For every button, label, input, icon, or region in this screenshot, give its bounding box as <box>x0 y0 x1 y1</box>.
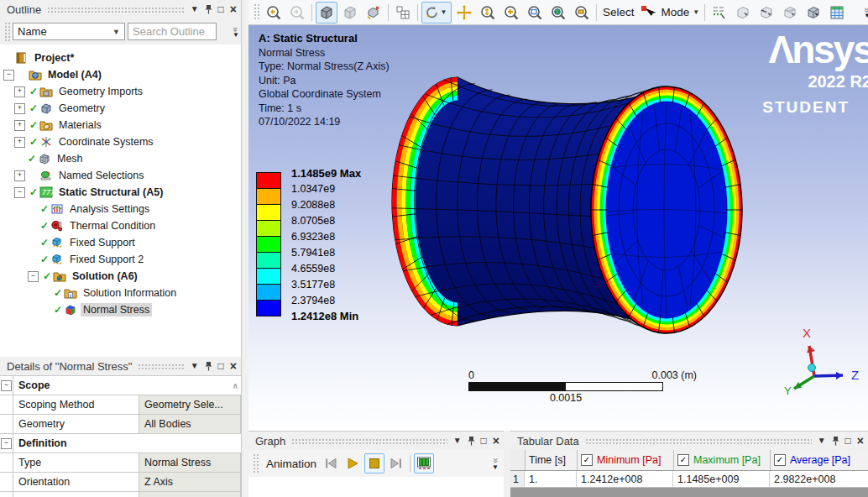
column-header-time[interactable]: Time [s] <box>526 450 578 470</box>
collapse-icon[interactable]: − <box>1 380 12 391</box>
checkbox-maximum[interactable]: ✓ <box>677 454 689 466</box>
select-cursor-icon[interactable] <box>639 2 657 24</box>
maximize-icon[interactable]: □ <box>845 437 851 445</box>
triad[interactable]: X Z Y <box>761 307 868 404</box>
tree-item-mesh[interactable]: ✓ Mesh <box>0 150 241 167</box>
expand-icon[interactable]: + <box>14 170 25 181</box>
worksheet-button[interactable] <box>826 2 848 24</box>
pin-icon[interactable] <box>832 436 839 446</box>
maximize-icon[interactable]: □ <box>481 437 487 445</box>
body-select-button[interactable] <box>803 2 824 24</box>
details-row[interactable]: Type Normal Stress <box>0 453 241 473</box>
details-section-row[interactable]: − Scope <box>0 376 241 395</box>
isometric-view-button[interactable] <box>316 2 337 24</box>
detail-value[interactable]: Geometry Sele... <box>139 395 241 414</box>
filter-type-dropdown[interactable]: Name ▼ <box>13 23 125 40</box>
fe-selection-filter-button[interactable] <box>709 2 730 24</box>
zoom-to-fit-button[interactable] <box>547 2 569 24</box>
tree-item-project[interactable]: Project* <box>0 50 241 66</box>
rescale-annotation-button[interactable] <box>363 2 384 24</box>
skip-to-end-button[interactable] <box>386 453 406 473</box>
tree-item-geometry[interactable]: + ✓ Geometry <box>0 100 241 117</box>
expand-icon[interactable]: + <box>14 120 25 131</box>
details-row[interactable]: Scoping Method Geometry Sele... <box>0 395 241 415</box>
tabular-data-row[interactable]: 1 1. 1.2412e+008 1.1485e+009 2.9822e+008 <box>510 471 868 488</box>
tree-item-materials[interactable]: + ✓ Materials <box>0 117 241 133</box>
tree-item-solution-information[interactable]: ✓ i Solution Information <box>0 285 241 301</box>
maximize-icon[interactable]: □ <box>218 362 224 370</box>
stop-button[interactable] <box>364 453 384 473</box>
panel-menu-icon[interactable]: ▼ <box>453 437 462 445</box>
zoom-button[interactable] <box>477 2 499 24</box>
expand-icon[interactable]: + <box>14 137 25 148</box>
time-cell[interactable]: 1. <box>525 471 577 487</box>
detail-value[interactable]: All Bodies <box>139 415 241 433</box>
look-at-face-button[interactable] <box>339 2 361 24</box>
face-select-button[interactable] <box>779 2 801 24</box>
search-input[interactable] <box>128 23 217 40</box>
play-button[interactable] <box>342 453 363 473</box>
panel-splitter[interactable] <box>504 431 510 497</box>
result-sets-button[interactable] <box>414 453 434 473</box>
graphics-viewport[interactable]: A: Static Structural Normal Stress Type:… <box>248 25 868 431</box>
animation-overflow[interactable]: » ▼ <box>492 456 499 471</box>
tree-item-geometry-imports[interactable]: + ✓ Geometry Imports <box>0 83 241 100</box>
column-header-maximum[interactable]: ✓ Maximum [Pa] <box>674 450 771 470</box>
collapse-icon[interactable]: − <box>3 70 14 81</box>
collapse-icon[interactable]: − <box>1 438 12 449</box>
mode-label[interactable]: Mode <box>661 6 690 18</box>
tree-item-fixed-support-2[interactable]: ✓ Fixed Support 2 <box>0 251 241 268</box>
panel-menu-icon[interactable]: ▼ <box>191 5 199 13</box>
close-icon[interactable]: × <box>857 437 864 445</box>
column-header-minimum[interactable]: ✓ Minimum [Pa] <box>578 450 674 470</box>
checkbox-average[interactable]: ✓ <box>774 454 786 466</box>
tree-item-solution[interactable]: − ✓ Solution (A6) <box>0 268 241 285</box>
tree-item-named-selections[interactable]: + Named Selections <box>0 167 241 184</box>
detail-value[interactable]: Z Axis <box>139 473 241 491</box>
tree-item-fixed-support[interactable]: ✓ Fixed Support <box>0 234 241 251</box>
average-cell[interactable]: 2.9822e+008 <box>770 471 868 487</box>
drag-handle[interactable] <box>4 22 10 41</box>
details-row[interactable]: Geometry All Bodies <box>0 415 241 434</box>
drag-handle[interactable] <box>254 3 259 21</box>
zoom-in-button[interactable] <box>500 2 522 24</box>
expand-icon[interactable]: + <box>14 103 25 114</box>
column-header-average[interactable]: ✓ Average [Pa] <box>771 450 868 470</box>
detail-value[interactable]: Normal Stress <box>139 453 241 472</box>
scroll-up-icon[interactable]: ∧ <box>233 381 238 390</box>
panel-menu-icon[interactable]: ▼ <box>191 362 199 370</box>
tree-item-static-structural[interactable]: − ✓ 777 Static Structural (A5) <box>0 184 241 201</box>
rotate-button[interactable]: ▼ <box>421 2 452 24</box>
pin-icon[interactable] <box>205 4 212 14</box>
tree-item-normal-stress[interactable]: ✓ Normal Stress <box>0 301 241 318</box>
tree-item-analysis-settings[interactable]: ✓ Analysis Settings <box>0 201 241 217</box>
box-zoom-button[interactable] <box>524 2 546 24</box>
maximize-icon[interactable]: □ <box>218 5 224 13</box>
tree-item-model[interactable]: − Model (A4) <box>0 66 241 83</box>
toolbar-overflow[interactable]: » ▼ <box>864 6 868 19</box>
chevron-down-icon[interactable]: ▼ <box>693 8 699 16</box>
pin-icon[interactable] <box>468 436 475 446</box>
details-section-row[interactable]: − Definition <box>0 434 241 453</box>
next-view-button[interactable] <box>286 2 308 24</box>
magnifier-window-button[interactable] <box>571 2 593 24</box>
drag-handle[interactable] <box>253 453 259 473</box>
checkbox-minimum[interactable]: ✓ <box>581 454 593 466</box>
tree-item-coordinate-systems[interactable]: + ✓ Coordinate Systems <box>0 133 241 150</box>
expand-icon[interactable]: + <box>14 86 25 97</box>
details-row[interactable]: Orientation Z Axis <box>0 473 241 492</box>
vertex-select-button[interactable] <box>732 2 754 24</box>
minimum-cell[interactable]: 1.2412e+008 <box>577 471 673 487</box>
collapse-icon[interactable]: − <box>14 187 25 198</box>
maximum-cell[interactable]: 1.1485e+009 <box>673 471 770 487</box>
panel-splitter[interactable] <box>242 0 248 497</box>
close-icon[interactable]: × <box>230 5 237 13</box>
edge-select-button[interactable] <box>756 2 777 24</box>
pan-button[interactable] <box>453 2 475 24</box>
close-icon[interactable]: × <box>493 437 499 445</box>
collapse-icon[interactable]: − <box>28 271 39 282</box>
panel-menu-icon[interactable]: ▼ <box>818 437 826 445</box>
filter-overflow[interactable]: » ▼ <box>233 25 239 39</box>
skip-to-start-button[interactable] <box>321 453 341 473</box>
pin-icon[interactable] <box>205 361 212 371</box>
